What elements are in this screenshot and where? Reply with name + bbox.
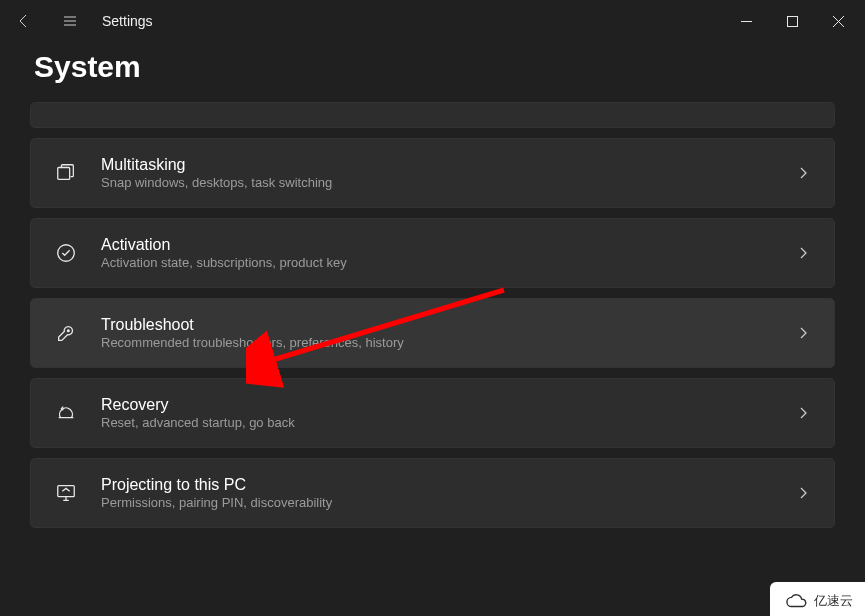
window-controls bbox=[723, 5, 861, 37]
card-title: Projecting to this PC bbox=[101, 476, 332, 494]
cloud-icon bbox=[786, 593, 808, 609]
settings-item-recovery[interactable]: Recovery Reset, advanced startup, go bac… bbox=[30, 378, 835, 448]
minimize-button[interactable] bbox=[723, 5, 769, 37]
svg-rect-4 bbox=[58, 486, 75, 497]
card-desc: Reset, advanced startup, go back bbox=[101, 415, 295, 430]
card-desc: Snap windows, desktops, task switching bbox=[101, 175, 332, 190]
chevron-right-icon bbox=[794, 484, 812, 502]
settings-item-projecting[interactable]: Projecting to this PC Permissions, pairi… bbox=[30, 458, 835, 528]
recovery-icon bbox=[53, 400, 79, 426]
close-button[interactable] bbox=[815, 5, 861, 37]
watermark-text: 亿速云 bbox=[814, 592, 853, 610]
chevron-right-icon bbox=[794, 404, 812, 422]
watermark: 亿速云 bbox=[770, 582, 865, 616]
back-button[interactable] bbox=[4, 1, 44, 41]
card-text: Recovery Reset, advanced startup, go bac… bbox=[101, 396, 295, 430]
titlebar-left: Settings bbox=[4, 1, 153, 41]
svg-rect-0 bbox=[787, 16, 797, 26]
settings-list: Multitasking Snap windows, desktops, tas… bbox=[0, 102, 865, 528]
card-text: Multitasking Snap windows, desktops, tas… bbox=[101, 156, 332, 190]
page-title: System bbox=[0, 42, 865, 102]
app-title: Settings bbox=[102, 13, 153, 29]
card-title: Activation bbox=[101, 236, 347, 254]
multitasking-icon bbox=[53, 160, 79, 186]
svg-point-2 bbox=[58, 245, 75, 262]
projecting-icon bbox=[53, 480, 79, 506]
card-desc: Permissions, pairing PIN, discoverabilit… bbox=[101, 495, 332, 510]
maximize-button[interactable] bbox=[769, 5, 815, 37]
settings-item-troubleshoot[interactable]: Troubleshoot Recommended troubleshooters… bbox=[30, 298, 835, 368]
activation-icon bbox=[53, 240, 79, 266]
svg-point-3 bbox=[67, 330, 69, 332]
card-text: Projecting to this PC Permissions, pairi… bbox=[101, 476, 332, 510]
card-text: Troubleshoot Recommended troubleshooters… bbox=[101, 316, 404, 350]
settings-item-multitasking[interactable]: Multitasking Snap windows, desktops, tas… bbox=[30, 138, 835, 208]
hamburger-menu-button[interactable] bbox=[50, 1, 90, 41]
svg-rect-1 bbox=[58, 168, 70, 180]
troubleshoot-icon bbox=[53, 320, 79, 346]
card-desc: Recommended troubleshooters, preferences… bbox=[101, 335, 404, 350]
chevron-right-icon bbox=[794, 324, 812, 342]
chevron-right-icon bbox=[794, 244, 812, 262]
card-text: Activation Activation state, subscriptio… bbox=[101, 236, 347, 270]
card-title: Troubleshoot bbox=[101, 316, 404, 334]
card-title: Multitasking bbox=[101, 156, 332, 174]
settings-item-activation[interactable]: Activation Activation state, subscriptio… bbox=[30, 218, 835, 288]
chevron-right-icon bbox=[794, 164, 812, 182]
settings-item-truncated[interactable] bbox=[30, 102, 835, 128]
card-desc: Activation state, subscriptions, product… bbox=[101, 255, 347, 270]
titlebar: Settings bbox=[0, 0, 865, 42]
card-title: Recovery bbox=[101, 396, 295, 414]
